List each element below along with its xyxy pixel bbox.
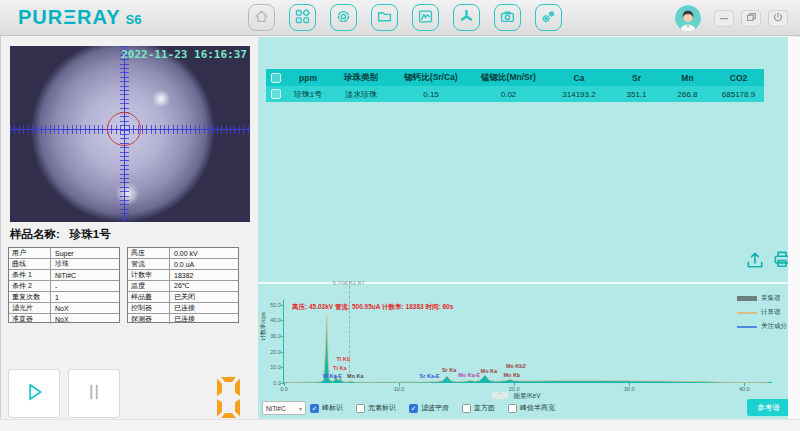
peak-label: Sr Ka (442, 367, 456, 373)
peak-label: Mo Ka-E (458, 372, 480, 378)
home-button[interactable] (248, 4, 275, 31)
chart-legend: 采集谱 计算谱 关注成分 (737, 294, 787, 331)
param-value: 已连接 (170, 314, 238, 324)
reference-spectrum-button[interactable]: 参考谱 (747, 399, 790, 416)
display-option-checkbox[interactable]: ✓峰标识 (310, 403, 343, 413)
checkbox-label: 滤波平滑 (421, 403, 449, 413)
param-value: 1 (51, 294, 119, 301)
results-cell: 266.8 (662, 90, 713, 99)
row-checkbox[interactable] (271, 89, 281, 99)
chart-collapse-handle[interactable]: ⌃ (492, 392, 508, 399)
open-file-button[interactable] (371, 4, 398, 31)
results-cell: 351.1 (611, 90, 662, 99)
display-options: ✓峰标识元素标识✓滤波平滑直方图峰值半高宽 (310, 401, 555, 415)
checkbox-box: ✓ (409, 404, 418, 413)
gear-icon (336, 9, 351, 27)
y-tick-label: 50.0 (270, 302, 281, 308)
power-button[interactable] (768, 10, 788, 27)
param-value: 珍珠 (51, 259, 119, 269)
peak-label: Ti Kb (336, 356, 350, 362)
apps-button[interactable] (289, 4, 316, 31)
select-all-checkbox[interactable] (271, 73, 281, 83)
start-measure-button[interactable] (8, 369, 60, 418)
peak-label: Ti Ka (333, 365, 346, 371)
param-label: 重复次数 (9, 292, 51, 302)
results-header-cell: CO2 (713, 73, 764, 83)
param-label: 条件 1 (9, 270, 51, 280)
x-tick-label: 10.0 (394, 386, 405, 392)
results-cell: 685178.9 (713, 90, 764, 99)
param-row: 控制器已连接 (128, 303, 238, 314)
y-tick-mark (281, 320, 284, 321)
camera-view[interactable]: 2022-11-23 16:16:37 (10, 46, 250, 222)
param-row: 管流0.0 uA (128, 259, 238, 270)
main-toolbar (248, 4, 562, 31)
param-value: 已连接 (170, 303, 238, 313)
window-right-margin (788, 37, 800, 431)
restore-icon (745, 11, 757, 26)
y-tick-label: 30.0 (270, 333, 281, 339)
measure-count-display (217, 377, 240, 418)
display-option-checkbox[interactable]: ✓滤波平滑 (409, 403, 449, 413)
param-label: 管流 (128, 259, 170, 269)
folder-icon (377, 9, 392, 27)
param-label: 探测器 (128, 314, 170, 324)
display-option-checkbox[interactable]: 元素标识 (356, 403, 396, 413)
param-row: 滤光片NoX (9, 303, 119, 314)
param-row: 准直器NoX (9, 314, 119, 324)
chevron-down-icon: ▾ (299, 405, 302, 412)
results-table: ppm珍珠类别锶钙比(Sr/Ca)锰锶比(Mn/Sr)CaSrMnCO2 珍珠1… (266, 69, 764, 102)
user-area (675, 5, 788, 31)
x-tick-label: 30.0 (624, 386, 635, 392)
checkbox-box (508, 404, 517, 413)
results-header-cell: ppm (286, 73, 330, 83)
instrument-params-table-left: 用户Super曲线珍珠条件 1NiTi#C条件 2-重复次数1滤光片NoX准直器… (8, 247, 120, 323)
sample-name: 样品名称:珍珠1号 (10, 227, 111, 242)
display-option-checkbox[interactable]: 峰值半高宽 (508, 403, 555, 413)
camera-timestamp: 2022-11-23 16:16:37 (121, 48, 247, 61)
param-label: 控制器 (128, 303, 170, 313)
param-value: 18382 (170, 272, 238, 279)
settings-button[interactable] (330, 4, 357, 31)
param-value: 已关闭 (170, 292, 238, 302)
export-button[interactable] (744, 249, 765, 270)
power-icon (772, 11, 784, 26)
param-label: 曲线 (9, 259, 51, 269)
results-cell: 淡水珍珠 (330, 89, 392, 100)
checkbox-label: 峰值半高宽 (520, 403, 555, 413)
avatar[interactable] (675, 5, 701, 31)
spectrum-plot[interactable]: 高压: 45.03kV 管流: 500.95uA 计数率: 18383 时间: … (283, 300, 772, 383)
xray-button[interactable] (453, 4, 480, 31)
camera-button[interactable] (494, 4, 521, 31)
condition-select[interactable]: NiTi#C ▾ (262, 401, 306, 415)
restore-button[interactable] (741, 10, 761, 27)
param-label: 用户 (9, 248, 51, 258)
results-header-cell: 锶钙比(Sr/Ca) (392, 72, 470, 84)
results-cell: 0.02 (470, 90, 547, 99)
minimize-button[interactable] (714, 10, 734, 27)
home-icon (254, 9, 269, 27)
display-option-checkbox[interactable]: 直方图 (462, 403, 495, 413)
upload-icon (745, 257, 765, 272)
spectrum-button[interactable] (412, 4, 439, 31)
param-value: Super (51, 250, 119, 257)
results-cell: 珍珠1号 (286, 89, 330, 100)
param-label: 准直器 (9, 314, 51, 324)
service-gears-icon (541, 9, 556, 27)
param-value: 0.0 uA (170, 261, 238, 268)
peak-label: Mo Ka (481, 368, 498, 374)
param-row: 温度26℃ (128, 281, 238, 292)
results-cell: 0.15 (392, 90, 470, 99)
x-tick-label: 40.0 (739, 386, 750, 392)
legend-swatch-line-blue (737, 326, 757, 328)
results-header-cell: 锰锶比(Mn/Sr) (470, 72, 547, 84)
pause-icon (83, 381, 105, 406)
pause-measure-button[interactable] (68, 369, 120, 418)
results-table-row[interactable]: 珍珠1号淡水珍珠0.150.02314193.2351.1266.8685178… (266, 86, 764, 102)
x-axis-title: 能量/KeV (513, 392, 540, 401)
results-header-cell: Sr (611, 73, 662, 83)
service-button[interactable] (535, 4, 562, 31)
peak-label: W Ka-E (323, 373, 342, 379)
param-label: 滤光片 (9, 303, 51, 313)
param-row: 高压0.00 kV (128, 248, 238, 259)
